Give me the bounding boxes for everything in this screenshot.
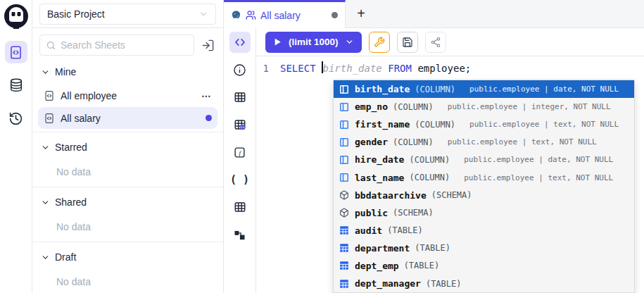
- sheet-search-box[interactable]: [39, 35, 194, 56]
- line-number: 1: [256, 61, 280, 75]
- schema-cube-icon: [339, 190, 349, 200]
- autocomplete-item-public[interactable]: public(SCHEMA): [334, 204, 634, 222]
- suggestion-name: emp_no: [355, 101, 388, 112]
- suggestion-name: bbdataarchive: [355, 190, 427, 201]
- section-header-draft[interactable]: Draft: [38, 245, 217, 269]
- autocomplete-item-last_name[interactable]: last_name(COLUMN)public.employee | text,…: [334, 168, 634, 186]
- run-query-button[interactable]: (limit 1000): [265, 32, 362, 53]
- table-icon: [339, 261, 349, 270]
- suggestion-kind: (TABLE): [426, 279, 462, 289]
- autocomplete-item-birth_date[interactable]: birth_date(COLUMN)public.employee | date…: [334, 80, 634, 98]
- suggestion-kind: (TABLE): [387, 225, 423, 235]
- schema-diagram-icon: [234, 229, 246, 241]
- save-icon: [402, 37, 413, 48]
- share-button[interactable]: [425, 32, 446, 53]
- suggestion-name: dept_manager: [355, 278, 421, 289]
- panel-info-button[interactable]: [229, 59, 251, 80]
- save-sheet-button[interactable]: [397, 32, 418, 53]
- suggestion-detail: public.employee | date, NOT NULL: [469, 85, 619, 94]
- sheet-icon: [44, 113, 55, 124]
- sheet-sidebar: Basic Project Mine All employee ⋯: [32, 0, 224, 293]
- project-row: Basic Project: [32, 0, 223, 28]
- autocomplete-list: birth_date(COLUMN)public.employee | date…: [334, 80, 634, 292]
- share-icon: [430, 37, 441, 48]
- sheet-tree: Mine All employee ⋯ All salary Starred N…: [32, 58, 223, 293]
- tab-all-salary[interactable]: All salary: [224, 0, 346, 28]
- sql-keyword: FROM: [382, 61, 412, 75]
- nav-history-button[interactable]: [5, 107, 27, 130]
- search-row: [32, 28, 223, 58]
- suggestion-name: audit: [355, 225, 382, 236]
- chevron-down-icon: [41, 253, 50, 262]
- column-icon: [339, 137, 349, 147]
- section-header-mine[interactable]: Mine: [38, 60, 217, 84]
- tab-dirty-dot: [332, 12, 338, 18]
- postgres-icon: [231, 10, 241, 20]
- search-icon: [46, 40, 56, 51]
- section-header-starred[interactable]: Starred: [38, 135, 217, 159]
- admin-mode-button[interactable]: [369, 32, 390, 53]
- users-icon: [246, 10, 256, 20]
- divider: [32, 242, 223, 242]
- sheet-item-label: All salary: [61, 113, 200, 124]
- panel-table-ai-button[interactable]: [229, 114, 251, 135]
- autocomplete-item-dept_emp[interactable]: dept_emp(TABLE): [334, 257, 634, 275]
- unsaved-indicator-dot: [206, 115, 212, 121]
- chevron-down-icon: [41, 68, 50, 77]
- project-name: Basic Project: [47, 8, 105, 20]
- autocomplete-item-audit[interactable]: audit(TABLE): [334, 222, 634, 239]
- suggestion-kind: (COLUMN): [393, 102, 434, 112]
- empty-placeholder: No data: [38, 214, 217, 239]
- database-icon: [8, 77, 24, 93]
- table-grid-icon: [234, 201, 246, 213]
- panel-table-button[interactable]: [229, 87, 251, 108]
- suggestion-name: dept_emp: [355, 261, 399, 271]
- schema-cube-icon: [339, 208, 349, 218]
- panel-parentheses-button[interactable]: ( ): [229, 169, 251, 190]
- panel-code-button[interactable]: [229, 32, 251, 53]
- tab-title: All salary: [260, 10, 327, 21]
- table-badge-icon: [234, 118, 246, 131]
- nav-databases-button[interactable]: [5, 74, 27, 96]
- column-icon: [339, 102, 349, 112]
- run-label: (limit 1000): [289, 37, 339, 47]
- code-line: 1SELECT birth_date FROM employee;: [256, 56, 644, 75]
- autocomplete-item-department[interactable]: department(TABLE): [334, 239, 634, 257]
- table-icon: [339, 279, 349, 289]
- file-code-icon: [8, 45, 23, 60]
- panel-schema-diagram-button[interactable]: [229, 224, 251, 245]
- section-label: Mine: [55, 66, 76, 77]
- autocomplete-item-gender[interactable]: gender(COLUMN)public.employee | text, NO…: [334, 133, 634, 151]
- sheet-search-input[interactable]: [61, 39, 188, 51]
- app-root: Basic Project Mine All employee ⋯: [0, 0, 644, 293]
- autocomplete-item-emp_no[interactable]: emp_no(COLUMN)public.employee | integer,…: [334, 98, 634, 116]
- suggestion-kind: (COLUMN): [415, 120, 455, 130]
- more-actions-button[interactable]: ⋯: [201, 90, 212, 101]
- chevron-down-icon: [41, 198, 50, 207]
- autocomplete-item-hire_date[interactable]: hire_date(COLUMN)public.employee | date,…: [334, 151, 634, 168]
- section-label: Starred: [55, 142, 87, 153]
- suggestion-kind: (COLUMN): [409, 173, 450, 182]
- project-selector[interactable]: Basic Project: [39, 4, 216, 25]
- svg-text:f: f: [239, 149, 242, 156]
- chevron-down-icon: [41, 143, 50, 152]
- table-icon: [339, 243, 349, 253]
- sheet-item-all-salary[interactable]: All salary: [38, 107, 217, 129]
- panel-sheet-table-button[interactable]: [229, 197, 251, 218]
- autocomplete-item-dept_manager[interactable]: dept_manager(TABLE): [334, 275, 634, 292]
- sql-editor[interactable]: 1SELECT birth_date FROM employee; birth_…: [256, 56, 644, 293]
- new-tab-button[interactable]: +: [346, 0, 377, 27]
- panel-function-button[interactable]: f: [229, 142, 251, 163]
- suggestion-kind: (COLUMN): [393, 137, 434, 147]
- sheet-item-label: All employee: [61, 90, 196, 101]
- nav-sheets-button[interactable]: [5, 41, 27, 63]
- autocomplete-item-bbdataarchive[interactable]: bbdataarchive(SCHEMA): [334, 187, 634, 204]
- section-header-shared[interactable]: Shared: [38, 190, 217, 214]
- suggestion-kind: (SCHEMA): [393, 208, 434, 218]
- left-rail: [0, 0, 32, 293]
- autocomplete-item-first_name[interactable]: first_name(COLUMN)public.employee | text…: [334, 116, 634, 133]
- import-sheet-button[interactable]: [200, 37, 216, 54]
- info-icon: [233, 63, 246, 77]
- sheet-item-all-employee[interactable]: All employee ⋯: [38, 85, 217, 106]
- suggestion-name: hire_date: [355, 154, 404, 165]
